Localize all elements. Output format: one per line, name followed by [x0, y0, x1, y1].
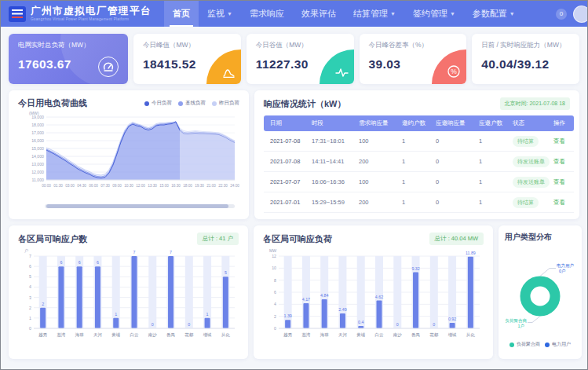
bar-value-label: 4.84 [320, 293, 328, 298]
cell-demand: 100 [356, 131, 399, 152]
kpi-label: 电网实时总负荷（MW） [18, 41, 119, 50]
svg-text:11,000: 11,000 [32, 178, 45, 182]
nav-item-contract[interactable]: 签约管理▼ [404, 1, 464, 27]
table-row: 2021-07-0817:31~18:01100101待结算查看 [264, 131, 574, 152]
svg-text:16:30: 16:30 [171, 184, 181, 188]
svg-text:01:30: 01:30 [53, 184, 63, 188]
bar-越秀 [40, 308, 46, 328]
nav-item-label: 监视 [207, 8, 225, 20]
response-table-header: 日期时段需求响应量邀约户数应邀响应量应邀户数状态操作 [264, 115, 574, 131]
cell-date: 2021-07-08 [264, 131, 309, 152]
view-link[interactable]: 查看 [553, 158, 565, 165]
svg-text:14,000: 14,000 [31, 154, 44, 159]
kpi-card-today-valley: 今日谷值（MW） 11227.30 [247, 34, 354, 84]
nav-item-settlement[interactable]: 结算管理▼ [345, 1, 404, 27]
bar-黄埔 [113, 318, 119, 328]
district-users-title: 各区局可响应户数 [18, 233, 87, 245]
nav-item-demand-response[interactable]: 需求响应 [241, 1, 293, 27]
svg-text:6: 6 [274, 290, 276, 295]
svg-text:15:00: 15:00 [159, 184, 169, 188]
cell-resp-amount: 0 [433, 192, 476, 213]
donut-slice-aggregator[interactable] [525, 281, 555, 311]
bar-background-band [203, 256, 211, 328]
bar-value-label: 0.4 [358, 320, 363, 324]
nav-item-params[interactable]: 参数配置▼ [464, 1, 524, 27]
bar-荔湾 [303, 303, 309, 328]
legend-item[interactable]: 负荷聚合商 [509, 341, 540, 348]
middle-row: 今日用电负荷曲线 今日负荷基线负荷昨日负荷 11,00012,00013,000… [9, 90, 579, 219]
cell-period: 16:06~16:36 [309, 172, 356, 192]
nav-item-monitor[interactable]: 监视▼ [199, 1, 241, 27]
status-badge: 待结算 [513, 197, 539, 208]
cell-status: 待结算 [509, 192, 550, 213]
bar-value-label: 5 [225, 270, 227, 275]
bar-value-label: 4.17 [302, 297, 310, 302]
district-load-title: 各区局可响应负荷 [263, 233, 332, 245]
bar-background-band [185, 256, 193, 328]
bar-天河 [95, 266, 100, 328]
cell-demand: 200 [356, 192, 399, 213]
bar-background-band [430, 256, 438, 328]
cell-invited: 1 [399, 172, 433, 192]
svg-text:0: 0 [274, 326, 276, 331]
bar-value-label: 11.89 [466, 251, 476, 255]
app-logo-icon [9, 6, 26, 22]
legend-item[interactable]: 今日负荷 [144, 100, 172, 107]
user-type-legend: 负荷聚合商电力用户 [505, 341, 575, 348]
legend-label: 电力用户 [552, 341, 571, 348]
svg-text:12:00: 12:00 [136, 184, 145, 188]
donut-value-power-user: 0户 [559, 269, 566, 273]
kpi-card-realtime-load: 电网实时总负荷（MW） 17603.67 [9, 34, 128, 84]
bar-background-band [148, 256, 156, 328]
beijing-time-badge: 北京时间: 2021-07-08 18 [500, 97, 570, 110]
top-navbar: 广州市虚拟电厂管理平台 Guangzhou Virtual Power Plan… [1, 1, 587, 27]
cell-demand: 100 [356, 172, 399, 192]
gauge-icon [98, 57, 119, 77]
nav-item-effect-evaluation[interactable]: 效果评估 [293, 1, 345, 27]
cell-date: 2021-07-08 [264, 152, 309, 172]
svg-text:12: 12 [272, 254, 276, 258]
cell-resp-amount: 0 [433, 152, 476, 172]
avatar[interactable] [573, 5, 588, 23]
bar-background-band [393, 256, 401, 328]
cell-status: 待发送账单 [509, 152, 550, 172]
svg-text:07:30: 07:30 [100, 184, 110, 188]
svg-text:(MW): (MW) [29, 111, 39, 115]
kpi-label: 今日峰谷差率（%） [369, 41, 458, 50]
svg-text:22:30: 22:30 [218, 184, 228, 188]
bar-background-band [357, 256, 365, 328]
bar-番禺 [413, 273, 418, 328]
app-title: 广州市虚拟电厂管理平台 [31, 6, 152, 17]
bar-category-label: 番禺 [411, 332, 420, 338]
svg-text:1: 1 [29, 316, 31, 321]
legend-label: 基线负荷 [185, 100, 206, 107]
chevron-down-icon: ▼ [509, 11, 515, 16]
bar-category-label: 南沙 [393, 332, 403, 338]
bar-天河 [340, 313, 345, 328]
chart-zoom-handle[interactable] [46, 204, 228, 208]
svg-text:03:00: 03:00 [65, 184, 75, 188]
svg-text:8: 8 [274, 278, 276, 283]
nav-menu: 首页监视▼需求响应效果评估结算管理▼签约管理▼参数配置▼ [164, 1, 524, 27]
svg-text:5: 5 [29, 274, 31, 279]
chevron-down-icon: ▼ [227, 11, 232, 16]
bar-白云 [132, 256, 137, 328]
legend-item[interactable]: 昨日负荷 [212, 100, 239, 107]
view-link[interactable]: 查看 [553, 199, 565, 206]
cell-status: 待发送账单 [509, 172, 550, 192]
view-link[interactable]: 查看 [553, 137, 565, 145]
legend-item[interactable]: 电力用户 [545, 341, 571, 348]
bar-越秀 [285, 320, 290, 328]
kpi-value: 40.04/39.12 [481, 57, 570, 71]
legend-label: 今日负荷 [152, 100, 172, 107]
chart-zoom-slider[interactable] [45, 204, 235, 208]
bar-category-label: 花都 [184, 332, 194, 338]
district-load-card: 各区局可响应负荷 总计 : 40.04 MW 024681012MW1.39越秀… [254, 225, 493, 359]
notification-badge[interactable]: 0 [556, 9, 567, 20]
legend-item[interactable]: 基线负荷 [178, 100, 206, 107]
view-link[interactable]: 查看 [553, 178, 565, 185]
nav-item-home[interactable]: 首页 [164, 1, 199, 27]
nav-item-label: 结算管理 [353, 8, 388, 20]
svg-text:0: 0 [29, 326, 31, 331]
cell-resp-amount: 0 [433, 131, 476, 152]
